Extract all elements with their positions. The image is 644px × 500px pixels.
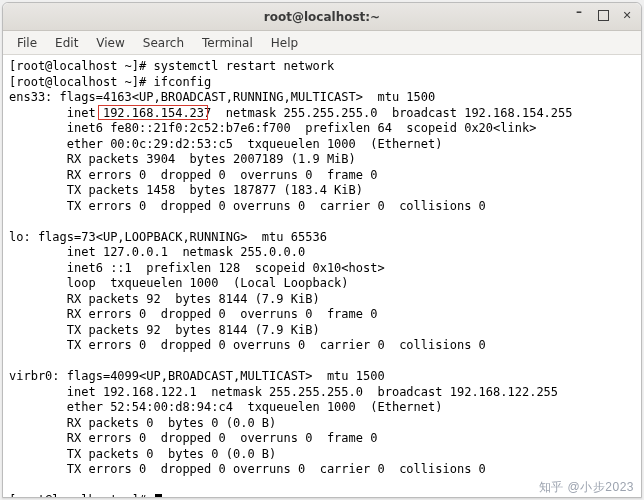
window-controls [571,7,635,23]
title-bar: root@localhost:~ [3,3,641,31]
terminal-line: lo: flags=73<UP,LOOPBACK,RUNNING> mtu 65… [9,230,327,244]
terminal-line: inet 127.0.0.1 netmask 255.0.0.0 [9,245,305,259]
terminal-line: [root@localhost ~]# systemctl restart ne… [9,59,334,73]
terminal-line: TX errors 0 dropped 0 overruns 0 carrier… [9,199,486,213]
terminal-line: RX errors 0 dropped 0 overruns 0 frame 0 [9,431,377,445]
menu-file[interactable]: File [9,34,45,52]
terminal-line: inet 192.168.122.1 netmask 255.255.255.0… [9,385,558,399]
menu-search[interactable]: Search [135,34,192,52]
menu-help[interactable]: Help [263,34,306,52]
minimize-button[interactable] [571,7,587,23]
terminal-line: ether 00:0c:29:d2:53:c5 txqueuelen 1000 … [9,137,442,151]
close-button[interactable] [619,7,635,23]
menu-terminal[interactable]: Terminal [194,34,261,52]
menu-edit[interactable]: Edit [47,34,86,52]
terminal-line: inet 192.168.154.237 netmask 255.255.255… [9,106,573,120]
terminal-line: [root@localhost ~]# ifconfig [9,75,211,89]
terminal-line: RX errors 0 dropped 0 overruns 0 frame 0 [9,307,377,321]
terminal-line: RX packets 0 bytes 0 (0.0 B) [9,416,276,430]
terminal-line: RX packets 92 bytes 8144 (7.9 KiB) [9,292,320,306]
cursor-icon [155,494,162,497]
terminal-line: TX errors 0 dropped 0 overruns 0 carrier… [9,462,486,476]
menu-view[interactable]: View [88,34,132,52]
terminal-line: TX packets 92 bytes 8144 (7.9 KiB) [9,323,320,337]
menu-bar: File Edit View Search Terminal Help [3,31,641,55]
terminal-line: RX errors 0 dropped 0 overruns 0 frame 0 [9,168,377,182]
terminal-line: virbr0: flags=4099<UP,BROADCAST,MULTICAS… [9,369,385,383]
terminal-line: inet6 ::1 prefixlen 128 scopeid 0x10<hos… [9,261,385,275]
terminal-prompt: [root@localhost ~]# [9,493,154,497]
terminal-window: root@localhost:~ File Edit View Search T… [2,2,642,498]
terminal-line: TX errors 0 dropped 0 overruns 0 carrier… [9,338,486,352]
terminal-line: TX packets 1458 bytes 187877 (183.4 KiB) [9,183,363,197]
terminal-line: ether 52:54:00:d8:94:c4 txqueuelen 1000 … [9,400,442,414]
terminal-line: TX packets 0 bytes 0 (0.0 B) [9,447,276,461]
watermark: 知乎 @小步2023 [539,479,634,496]
terminal-line: loop txqueuelen 1000 (Local Loopback) [9,276,349,290]
maximize-button[interactable] [595,7,611,23]
window-title: root@localhost:~ [3,10,641,24]
terminal-area[interactable]: [root@localhost ~]# systemctl restart ne… [3,55,641,497]
terminal-line: ens33: flags=4163<UP,BROADCAST,RUNNING,M… [9,90,435,104]
terminal-line: RX packets 3904 bytes 2007189 (1.9 MiB) [9,152,356,166]
terminal-line: inet6 fe80::21f0:2c52:b7e6:f700 prefixle… [9,121,536,135]
